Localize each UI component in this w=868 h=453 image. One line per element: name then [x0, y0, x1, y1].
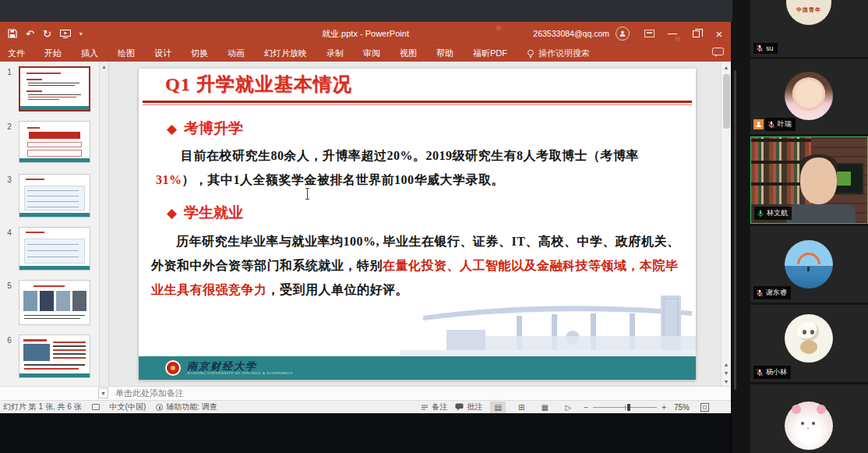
participant-avatar	[785, 72, 833, 120]
text-cursor	[307, 188, 308, 200]
mic-muted-icon	[756, 44, 764, 52]
participant-tile-5[interactable]: 杨小林	[750, 305, 868, 382]
jiuye-paragraph[interactable]: 历年研究生毕业率与就业率均100%, 毕业生在银行、证券、IT、高校、中学、政府…	[151, 229, 686, 302]
zoom-slider-thumb[interactable]	[627, 404, 630, 411]
thumbnail-number: 5	[0, 280, 19, 325]
language-indicator[interactable]: 中文(中国)	[110, 402, 146, 412]
tell-me-search[interactable]: 操作说明搜索	[527, 48, 590, 59]
participant-avatar	[785, 402, 833, 450]
previous-slide-button[interactable]: ▲	[722, 362, 731, 367]
comments-pane-icon[interactable]	[712, 48, 724, 58]
next-slide-button[interactable]: ▼	[722, 370, 731, 376]
diamond-bullet-icon: ◆	[167, 205, 177, 221]
thumbnail-number: 1	[0, 66, 19, 111]
fit-slide-to-window-button[interactable]	[700, 403, 709, 412]
scrollbar-thumb[interactable]	[723, 74, 730, 129]
scroll-down-icon[interactable]: ▼	[722, 379, 731, 384]
participant-tile-4[interactable]: 谢东睿	[750, 226, 868, 303]
editor-scrollbar[interactable]: ▲ ▲ ▼ ▼	[721, 62, 731, 386]
title-divider	[143, 101, 692, 103]
slide-thumbnail-1[interactable]	[19, 66, 90, 111]
participant-name: 杨小林	[766, 367, 787, 377]
comments-toggle[interactable]: 批注	[455, 402, 482, 412]
thumbnail-number: 6	[0, 334, 19, 378]
slide-thumbnail-4[interactable]	[19, 227, 90, 271]
notes-placeholder[interactable]: 单击此处添加备注	[0, 388, 184, 399]
tab-animations[interactable]: 动画	[228, 48, 245, 59]
powerpoint-window: ↶ ↻ ▾ 就业.pptx - PowerPoint 263533084@qq.…	[0, 22, 731, 413]
university-name-en: NANJING UNIVERSITY OF FINANCE & ECONOMIC…	[187, 371, 293, 375]
mic-muted-icon	[756, 369, 764, 377]
campus-gate-image	[400, 292, 696, 356]
thumbnail-number: 3	[0, 174, 19, 218]
screen: ↶ ↻ ▾ 就业.pptx - PowerPoint 263533084@qq.…	[0, 0, 868, 453]
tab-transitions[interactable]: 切换	[191, 48, 208, 59]
slideshow-view-button[interactable]: ▷	[560, 402, 576, 413]
restore-button[interactable]	[684, 22, 707, 45]
slide-editor-area: Q1 升学就业基本情况 ◆ 考博升学 目前在校研究生80余人，升博率超过20%。…	[109, 62, 731, 386]
zoom-level[interactable]: 75%	[674, 403, 693, 412]
participant-name: 林文航	[767, 208, 788, 218]
ribbon-tab-bar: 文件 开始 插入 绘图 设计 切换 动画 幻灯片放映 录制 审阅 视图 帮助 福…	[0, 45, 731, 62]
mic-muted-icon	[756, 289, 764, 297]
tab-view[interactable]: 视图	[400, 48, 417, 59]
scroll-up-icon[interactable]: ▲	[722, 62, 731, 70]
tab-review[interactable]: 审阅	[363, 48, 380, 59]
start-slideshow-icon[interactable]	[60, 30, 71, 38]
zoom-slider[interactable]: − +	[584, 403, 666, 412]
account-avatar[interactable]	[616, 27, 630, 41]
tab-foxit-pdf[interactable]: 福昕PDF	[473, 48, 507, 59]
sidebar-scrollbar[interactable]	[734, 70, 736, 390]
thumbnail-scroll-up-icon[interactable]: ▲	[100, 62, 108, 69]
participant-avatar	[785, 314, 833, 363]
ribbon-display-options-button[interactable]	[637, 22, 661, 45]
section-heading-kaobo[interactable]: ◆ 考博升学	[167, 119, 243, 139]
reading-view-button[interactable]: ▦	[537, 402, 552, 413]
account-email[interactable]: 263533084@qq.com	[533, 29, 609, 38]
tab-file[interactable]: 文件	[8, 48, 25, 59]
slide-thumbnail-5[interactable]	[19, 280, 90, 325]
participant-tile-speaker[interactable]: 林文航	[750, 136, 868, 224]
slide-counter[interactable]: 幻灯片 第 1 张, 共 6 张	[3, 402, 82, 412]
slide-sorter-view-button[interactable]: ⊞	[513, 402, 529, 413]
tab-design[interactable]: 设计	[154, 48, 171, 59]
undo-icon[interactable]: ↶	[26, 28, 34, 40]
slide-canvas[interactable]: Q1 升学就业基本情况 ◆ 考博升学 目前在校研究生80余人，升博率超过20%。…	[139, 69, 696, 380]
redo-icon[interactable]: ↻	[43, 28, 51, 40]
status-bar: 幻灯片 第 1 张, 共 6 张 中文(中国) 辅助功能: 调查 备注	[0, 400, 731, 413]
save-icon[interactable]	[8, 29, 17, 38]
slide-thumbnail-2[interactable]	[19, 121, 90, 163]
normal-view-button[interactable]: ▤	[490, 402, 506, 413]
kaobo-paragraph[interactable]: 目前在校研究生80余人，升博率超过20%。2019级研究生有8人考取博士（考博率…	[156, 143, 674, 192]
notes-pane[interactable]: 单击此处添加备注	[0, 386, 731, 400]
section-heading-jiuye[interactable]: ◆ 学生就业	[167, 203, 243, 223]
participant-name: su	[766, 44, 774, 52]
qat-customize-caret[interactable]: ▾	[79, 30, 83, 37]
zoom-out-button[interactable]: −	[584, 403, 588, 412]
thumbnail-scrollbar[interactable]: ▲	[99, 62, 108, 386]
participant-tile-6[interactable]	[750, 384, 868, 453]
host-badge-icon	[753, 119, 764, 129]
accessibility-icon	[156, 404, 163, 411]
tab-home[interactable]: 开始	[44, 48, 62, 59]
tab-insert[interactable]: 插入	[81, 48, 98, 59]
close-button[interactable]: ×	[707, 22, 731, 45]
display-settings-icon[interactable]	[92, 404, 100, 410]
notes-icon	[421, 404, 429, 411]
participant-tile-su[interactable]: 中国青年 su	[750, 0, 868, 57]
minimize-button[interactable]: —	[661, 22, 684, 45]
comment-icon	[455, 403, 464, 411]
thumbnail-scroll-down-icon[interactable]: ▼	[98, 388, 108, 398]
tab-draw[interactable]: 绘图	[118, 48, 135, 59]
tab-help[interactable]: 帮助	[436, 48, 453, 59]
participant-avatar	[785, 240, 833, 288]
slide-thumbnail-3[interactable]	[19, 174, 90, 218]
tab-slideshow[interactable]: 幻灯片放映	[264, 48, 307, 59]
tab-record[interactable]: 录制	[326, 48, 344, 59]
accessibility-status[interactable]: 辅助功能: 调查	[156, 402, 217, 412]
notes-toggle[interactable]: 备注	[421, 402, 447, 412]
slide-thumbnail-6[interactable]	[19, 334, 90, 378]
slide-title[interactable]: Q1 升学就业基本情况	[165, 72, 352, 97]
zoom-in-button[interactable]: +	[662, 403, 666, 412]
participant-tile-yerui[interactable]: 叶瑞	[750, 59, 868, 134]
